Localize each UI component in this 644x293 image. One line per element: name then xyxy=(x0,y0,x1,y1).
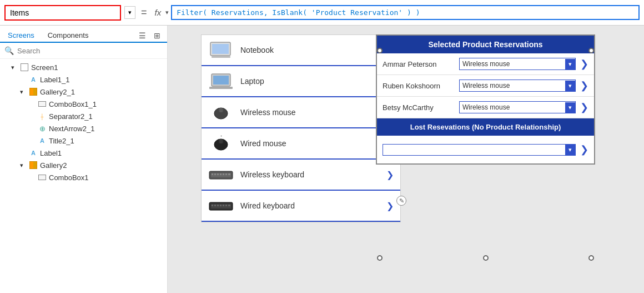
svg-rect-27 xyxy=(223,205,224,206)
tree-area: ▾ Screen1 ▸ A Label1_1 ▾ Gallery2_1 ▸ Co… xyxy=(0,59,167,293)
handle-top-right[interactable] xyxy=(588,48,594,53)
product-chevron-wired-keyboard[interactable]: ❯ xyxy=(386,201,394,211)
wired-keyboard-icon xyxy=(208,196,234,215)
svg-rect-5 xyxy=(209,87,233,89)
svg-rect-26 xyxy=(220,205,222,206)
lost-row: ▾ ❯ xyxy=(377,136,594,163)
person-name-3: Betsy McCarthy xyxy=(383,103,455,112)
combo-wrap-1[interactable]: Wireless mouse ▾ xyxy=(459,58,576,70)
svg-rect-28 xyxy=(225,205,227,206)
lost-reservations-header: Lost Resevations (No Product Relationshi… xyxy=(377,118,594,136)
combo-btn-2[interactable]: ▾ xyxy=(565,81,575,91)
tree-item-gallery2-1[interactable]: ▾ Gallery2_1 xyxy=(0,86,167,98)
product-name-wireless-mouse: Wireless mouse xyxy=(240,108,380,117)
lost-row-arrow[interactable]: ❯ xyxy=(580,143,588,156)
grid-view-icon[interactable]: ⊞ xyxy=(152,30,163,41)
wireless-mouse-icon xyxy=(208,103,234,122)
row-arrow-2[interactable]: ❯ xyxy=(580,80,588,92)
gallery-icon-2 xyxy=(29,161,38,170)
lost-combo-wrap[interactable]: ▾ xyxy=(383,144,576,156)
gallery-icon-1 xyxy=(29,87,38,96)
next-icon: ⊕ xyxy=(38,124,47,133)
product-name-wireless-keyboard: Wireless keyboard xyxy=(240,170,380,179)
formula-input[interactable] xyxy=(171,5,640,20)
collapse-arrow-gallery2[interactable]: ▾ xyxy=(20,162,27,169)
person-name-1: Ammar Peterson xyxy=(383,60,455,68)
tree-item-gallery2[interactable]: ▾ Gallery2 xyxy=(0,159,167,171)
svg-rect-19 xyxy=(225,173,227,175)
reservation-header: Selected Product Reservations xyxy=(377,36,594,53)
tree-label-title2-1: Title2_1 xyxy=(49,137,74,145)
main-layout: Screens Components ☰ ⊞ 🔍 ▾ Screen1 ▸ A L… xyxy=(0,26,644,293)
title-icon-1: A xyxy=(38,136,47,145)
collapse-arrow-screen1[interactable]: ▾ xyxy=(11,64,18,71)
svg-rect-25 xyxy=(217,205,219,206)
svg-rect-2 xyxy=(212,56,230,58)
handle-bottom-center[interactable] xyxy=(483,255,489,261)
wired-mouse-icon xyxy=(208,134,234,153)
handle-bottom-left[interactable] xyxy=(377,255,383,261)
svg-rect-20 xyxy=(228,173,230,175)
combo-wrap-2[interactable]: Wireless mouse ▾ xyxy=(459,80,576,92)
tree-label-gallery2: Gallery2 xyxy=(40,161,67,170)
combo-wrap-3[interactable]: Wireless mouse ▾ xyxy=(459,101,576,113)
tree-item-title2-1[interactable]: ▸ A Title2_1 xyxy=(0,135,167,147)
reservation-row-1: Ammar Peterson Wireless mouse ▾ ❯ xyxy=(377,53,594,75)
combo-btn-1[interactable]: ▾ xyxy=(565,59,575,69)
tree-item-combobox1-1[interactable]: ▸ ComboBox1_1 xyxy=(0,98,167,110)
handle-top-left[interactable] xyxy=(377,48,383,53)
row-arrow-3[interactable]: ❯ xyxy=(580,101,588,113)
laptop-icon xyxy=(208,72,234,91)
tree-item-screen1[interactable]: ▾ Screen1 xyxy=(0,61,167,73)
edit-pencil-icon[interactable]: ✎ xyxy=(396,196,406,206)
combo-btn-3[interactable]: ▾ xyxy=(565,102,575,113)
notebook-icon xyxy=(208,41,234,59)
product-row-wireless-mouse[interactable]: Wireless mouse ❯ xyxy=(202,97,400,128)
search-box: 🔍 xyxy=(0,43,167,59)
sidebar-tabs: Screens Components ☰ ⊞ xyxy=(0,26,167,43)
product-row-wired-mouse[interactable]: Wired mouse ❯ ⚠ xyxy=(202,128,400,160)
items-input[interactable]: Items xyxy=(4,5,121,21)
search-input[interactable] xyxy=(17,47,163,55)
wireless-keyboard-icon xyxy=(208,165,234,184)
tree-label-screen1: Screen1 xyxy=(31,63,58,72)
items-dropdown-arrow[interactable]: ▾ xyxy=(124,6,135,19)
svg-rect-4 xyxy=(213,76,229,85)
sidebar-icons: ☰ ⊞ xyxy=(137,30,163,41)
product-row-notebook[interactable]: Notebook ❯ xyxy=(202,35,400,66)
combo-text-2: Wireless mouse xyxy=(460,80,565,91)
handle-bottom-right[interactable] xyxy=(588,255,594,261)
lost-combo-btn[interactable]: ▾ xyxy=(565,145,575,155)
reservation-row-2: Ruben Kokshoorn Wireless mouse ▾ ❯ xyxy=(377,75,594,97)
list-view-icon[interactable]: ☰ xyxy=(137,30,148,41)
row-arrow-1[interactable]: ❯ xyxy=(580,58,588,70)
collapse-arrow-gallery2-1[interactable]: ▾ xyxy=(20,88,27,96)
combobox-icon-1 xyxy=(38,100,47,108)
tree-label-label1: Label1 xyxy=(40,149,62,157)
svg-rect-23 xyxy=(212,205,213,206)
tree-item-separator2-1[interactable]: ▸ ⟊ Separator2_1 xyxy=(0,110,167,122)
tree-item-nextarrow2-1[interactable]: ▸ ⊕ NextArrow2_1 xyxy=(0,122,167,135)
svg-rect-18 xyxy=(223,173,224,175)
tree-item-label1-1[interactable]: ▸ A Label1_1 xyxy=(0,73,167,86)
tab-components[interactable]: Components xyxy=(44,29,92,42)
product-row-wired-keyboard[interactable]: Wired keyboard ❯ xyxy=(202,191,400,222)
reservation-panel: Selected Product Reservations Ammar Pete… xyxy=(376,34,595,165)
svg-rect-15 xyxy=(214,173,216,175)
product-name-wired-keyboard: Wired keyboard xyxy=(240,201,380,210)
svg-rect-16 xyxy=(217,173,219,175)
search-icon: 🔍 xyxy=(4,46,14,55)
person-name-2: Ruben Kokshoorn xyxy=(383,82,455,90)
combobox-icon-2 xyxy=(38,173,47,182)
product-row-wireless-keyboard[interactable]: Wireless keyboard ❯ xyxy=(202,160,400,191)
reservation-row-3: Betsy McCarthy Wireless mouse ▾ ❯ xyxy=(377,97,594,118)
tree-label-gallery2-1: Gallery2_1 xyxy=(40,88,75,96)
product-chevron-wireless-keyboard[interactable]: ❯ xyxy=(386,170,394,180)
tree-label-combobox1: ComboBox1 xyxy=(49,173,89,182)
tree-item-label1[interactable]: ▸ A Label1 xyxy=(0,147,167,159)
fx-chevron[interactable]: ▾ xyxy=(165,9,169,16)
product-row-laptop[interactable]: Laptop ❯ xyxy=(202,66,400,97)
tree-item-combobox1[interactable]: ▸ ComboBox1 xyxy=(0,171,167,183)
fx-bar: fx ▾ xyxy=(153,5,640,20)
tab-screens[interactable]: Screens xyxy=(4,29,38,43)
